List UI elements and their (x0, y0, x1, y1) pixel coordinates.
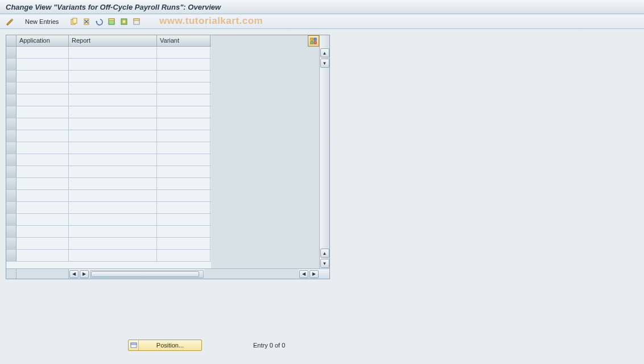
row-selector[interactable] (6, 250, 16, 261)
cell-variant[interactable] (157, 202, 210, 213)
cell-application[interactable] (16, 47, 69, 58)
content-area: Application Report Variant ▲ ▼ ▲ ▼ ◀ (0, 29, 644, 285)
cell-report[interactable] (69, 238, 157, 249)
copy-as-icon[interactable] (69, 16, 79, 27)
cell-application[interactable] (16, 82, 69, 94)
cell-variant[interactable] (157, 118, 210, 130)
cell-application[interactable] (16, 142, 69, 154)
scroll-down2-icon[interactable]: ▼ (320, 259, 329, 268)
undo-icon[interactable] (94, 16, 104, 27)
scroll-down-icon[interactable]: ▼ (320, 59, 329, 68)
deselect-all-icon[interactable] (131, 16, 142, 27)
row-selector[interactable] (6, 142, 16, 154)
scroll-up2-icon[interactable]: ▲ (320, 249, 329, 258)
scroll-left2-icon[interactable]: ◀ (299, 270, 308, 278)
cell-variant[interactable] (157, 71, 210, 82)
column-header-variant[interactable]: Variant (157, 35, 210, 46)
cell-report[interactable] (69, 118, 157, 130)
cell-report[interactable] (69, 178, 157, 189)
cell-variant[interactable] (157, 130, 210, 142)
cell-report[interactable] (69, 142, 157, 154)
cell-report[interactable] (69, 202, 157, 213)
cell-report[interactable] (69, 106, 157, 118)
row-selector[interactable] (6, 154, 16, 166)
cell-variant[interactable] (157, 106, 210, 118)
cell-application[interactable] (16, 130, 69, 142)
entry-counter: Entry 0 of 0 (253, 342, 285, 349)
scroll-right2-icon[interactable]: ▶ (309, 270, 319, 278)
cell-application[interactable] (16, 166, 69, 177)
configure-columns-icon[interactable] (308, 35, 319, 47)
cell-application[interactable] (16, 250, 69, 261)
row-selector[interactable] (6, 47, 16, 58)
cell-application[interactable] (16, 178, 69, 189)
cell-application[interactable] (16, 106, 69, 118)
row-selector[interactable] (6, 106, 16, 118)
row-selector[interactable] (6, 166, 16, 177)
cell-report[interactable] (69, 214, 157, 225)
change-icon[interactable] (5, 16, 15, 27)
cell-application[interactable] (16, 71, 69, 82)
cell-application[interactable] (16, 118, 69, 130)
cell-variant[interactable] (157, 214, 210, 225)
cell-application[interactable] (16, 190, 69, 201)
new-entries-button[interactable]: New Entries (22, 18, 62, 26)
column-header-report[interactable]: Report (69, 35, 157, 46)
cell-application[interactable] (16, 202, 69, 213)
cell-variant[interactable] (157, 142, 210, 154)
cell-report[interactable] (69, 226, 157, 237)
cell-application[interactable] (16, 214, 69, 225)
cell-variant[interactable] (157, 238, 210, 249)
cell-variant[interactable] (157, 59, 210, 70)
cell-variant[interactable] (157, 82, 210, 94)
hscroll-thumb[interactable] (91, 271, 199, 277)
row-selector[interactable] (6, 71, 16, 82)
cell-report[interactable] (69, 250, 157, 261)
row-selector[interactable] (6, 130, 16, 142)
cell-application[interactable] (16, 154, 69, 166)
scroll-up-icon[interactable]: ▲ (320, 48, 329, 57)
row-selector[interactable] (6, 214, 16, 225)
select-all-icon[interactable] (106, 16, 117, 27)
cell-report[interactable] (69, 154, 157, 166)
cell-report[interactable] (69, 59, 157, 70)
row-selector[interactable] (6, 118, 16, 130)
horizontal-scrollbar[interactable]: ◀ ▶ ◀ ▶ (6, 268, 329, 279)
scroll-left-icon[interactable]: ◀ (69, 270, 79, 278)
row-selector[interactable] (6, 190, 16, 201)
cell-report[interactable] (69, 71, 157, 82)
scroll-right-icon[interactable]: ▶ (80, 270, 89, 278)
cell-report[interactable] (69, 166, 157, 177)
cell-variant[interactable] (157, 166, 210, 177)
select-block-icon[interactable] (119, 16, 129, 27)
cell-application[interactable] (16, 94, 69, 106)
cell-application[interactable] (16, 59, 69, 70)
row-selector[interactable] (6, 82, 16, 94)
row-selector[interactable] (6, 59, 16, 70)
row-selector[interactable] (6, 178, 16, 189)
cell-report[interactable] (69, 47, 157, 58)
cell-report[interactable] (69, 190, 157, 201)
cell-variant[interactable] (157, 190, 210, 201)
cell-variant[interactable] (157, 154, 210, 166)
cell-variant[interactable] (157, 250, 210, 261)
delete-icon[interactable] (81, 16, 92, 27)
vertical-scrollbar[interactable]: ▲ ▼ ▲ ▼ (319, 35, 329, 268)
cell-report[interactable] (69, 130, 157, 142)
cell-report[interactable] (69, 94, 157, 106)
hscroll-track[interactable] (90, 270, 204, 278)
cell-report[interactable] (69, 82, 157, 94)
column-header-application[interactable]: Application (16, 35, 69, 46)
cell-application[interactable] (16, 238, 69, 249)
row-selector[interactable] (6, 226, 16, 237)
row-selector-header[interactable] (6, 35, 16, 46)
position-button[interactable]: Position... (128, 340, 202, 351)
cell-variant[interactable] (157, 47, 210, 58)
cell-variant[interactable] (157, 226, 210, 237)
cell-application[interactable] (16, 226, 69, 237)
row-selector[interactable] (6, 202, 16, 213)
row-selector[interactable] (6, 94, 16, 106)
cell-variant[interactable] (157, 94, 210, 106)
row-selector[interactable] (6, 238, 16, 249)
cell-variant[interactable] (157, 178, 210, 189)
